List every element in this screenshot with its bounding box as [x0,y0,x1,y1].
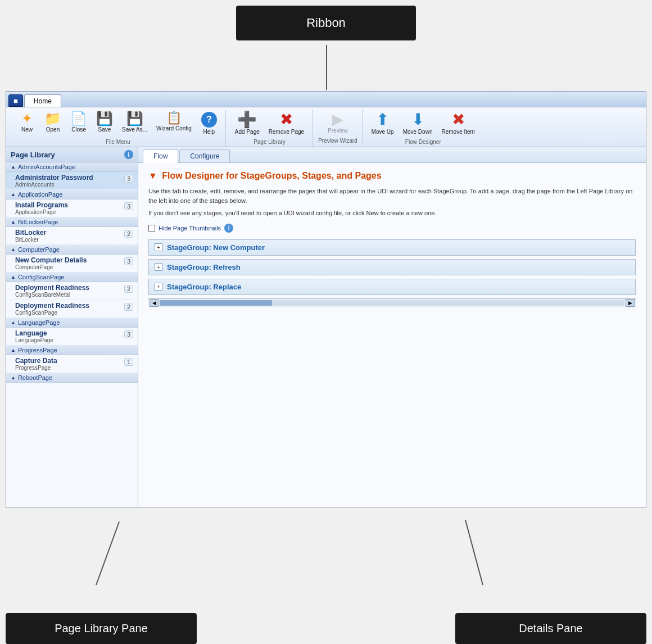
help-icon: ? [201,112,217,128]
tab-home[interactable]: Home [24,94,61,107]
move-down-button[interactable]: ⬇ Move Down [400,110,436,138]
preview-button[interactable]: ▶ Preview [324,110,351,137]
chevron-down-icon-configscan: ▲ [11,274,16,280]
chevron-down-icon: ▲ [11,164,16,170]
sidebar-group-header-bitlocker: ▲ BitLockerPage [6,217,138,227]
remove-page-icon: ✖ [280,112,293,128]
ribbon-group-file-menu: ✦ New 📁 Open 📄 Close 💾 [11,110,226,147]
flow-designer-title: ▼ Flow Designer for StageGroups, Stages,… [148,171,636,181]
sidebar-group-header-reboot: ▲ RebootPage [6,373,138,383]
ribbon-content: ✦ New 📁 Open 📄 Close 💾 [6,110,646,147]
bitlocker-name: BitLocker [15,229,133,237]
panel-body: ▼ Flow Designer for StageGroups, Stages,… [138,163,646,507]
remove-item-icon: ✖ [452,112,465,128]
scroll-thumb[interactable] [160,300,272,306]
sidebar-group-label-adminaccounts: AdminAccountsPage [18,164,75,170]
scroll-right-btn[interactable]: ▶ [626,299,635,307]
remove-page-button[interactable]: ✖ Remove Page [265,110,307,138]
page-library-pane-label: Page Library Pane [55,622,148,634]
ribbon-bar: ✦ New 📁 Open 📄 Close 💾 [6,107,646,147]
move-up-icon: ⬆ [376,112,389,128]
stage-expand-refresh[interactable]: + [155,263,162,271]
panel-tabs: Flow Configure [138,147,646,163]
preview-wizard-group-label: Preview Wizard [318,138,357,146]
save-as-button[interactable]: 💾 Save As... [119,110,151,135]
sidebar-item-install-programs[interactable]: 3 Install Programs ApplicationPage [6,199,138,217]
ribbon-group-file-menu-items: ✦ New 📁 Open 📄 Close 💾 [15,110,221,138]
sidebar-item-admin-password[interactable]: 3 Administrator Password AdminAccounts [6,172,138,190]
wizard-label: Wizard Config [156,125,192,132]
hide-thumbnails-checkbox[interactable] [148,225,155,232]
ribbon-group-preview-wizard-items: ▶ Preview [324,110,351,137]
close-icon: 📄 [70,112,87,125]
ribbon-callout-line [326,45,327,90]
add-page-button[interactable]: ➕ Add Page [232,110,263,138]
open-icon: 📁 [44,112,61,125]
save-icon: 💾 [96,112,113,125]
help-label: Help [203,129,215,135]
open-button[interactable]: 📁 Open [41,110,65,135]
sidebar-group-label-application: ApplicationPage [18,191,63,198]
move-up-label: Move Up [372,129,394,135]
chevron-down-icon-bitlocker: ▲ [11,219,16,225]
sidebar-item-new-computer-details[interactable]: 3 New Computer Details ComputerPage [6,255,138,273]
stage-expand-new-computer[interactable]: + [155,243,162,251]
deployment-baremetal-count: 2 [124,285,133,293]
save-button[interactable]: 💾 Save [93,110,116,135]
sidebar-list[interactable]: ▲ AdminAccountsPage 3 Administrator Pass… [6,162,138,507]
ribbon-group-page-library-items: ➕ Add Page ✖ Remove Page [232,110,307,138]
ribbon-group-flow-designer: ⬆ Move Up ⬇ Move Down ✖ Remove Item Flow… [364,110,483,147]
help-button[interactable]: ? Help [197,110,221,138]
callout-area: Page Library Pane Details Pane [0,546,652,644]
flow-description: Use this tab to create, edit, remove, an… [148,187,636,218]
admin-password-name: Administrator Password [15,174,133,182]
stage-label-refresh: StageGroup: Refresh [167,263,241,271]
stage-group-replace[interactable]: + StageGroup: Replace [148,279,636,295]
sidebar-group-label-configscan: ConfigScanPage [18,274,65,280]
stage-group-refresh[interactable]: + StageGroup: Refresh [148,259,636,275]
file-menu-group-label: File Menu [106,139,130,147]
bitlocker-sub: BitLocker [15,237,133,243]
sidebar-group-header-adminaccounts: ▲ AdminAccountsPage [6,162,138,172]
sidebar-item-deployment-configscan[interactable]: 2 Deployment Readiness ConfigScanPage [6,300,138,318]
new-button[interactable]: ✦ New [15,110,39,135]
ribbon-group-page-library: ➕ Add Page ✖ Remove Page Page Library [227,110,313,147]
ribbon-group-preview-wizard: ▶ Preview Preview Wizard [314,110,362,146]
office-button[interactable]: ■ [8,94,23,107]
tab-configure[interactable]: Configure [179,149,230,162]
tab-flow[interactable]: Flow [143,149,178,163]
sidebar-group-header-configscan: ▲ ConfigScanPage [6,273,138,282]
stage-expand-replace[interactable]: + [155,283,162,291]
scroll-left-btn[interactable]: ◀ [150,299,159,307]
deployment-configscan-sub: ConfigScanPage [15,310,133,316]
sidebar-item-bitlocker[interactable]: 2 BitLocker BitLocker [6,227,138,245]
details-pane-label: Details Pane [519,622,582,634]
save-as-icon: 💾 [126,112,143,125]
close-button[interactable]: 📄 Close [67,110,90,135]
flow-desc-1: Use this tab to create, edit, remove, an… [148,187,636,205]
page-library-sidebar: Page Library i ▲ AdminAccountsPage 3 Adm… [6,147,138,507]
flow-title-icon: ▼ [148,171,157,180]
sidebar-item-language[interactable]: 3 Language LanguagePage [6,328,138,346]
ribbon-group-flow-designer-items: ⬆ Move Up ⬇ Move Down ✖ Remove Item [368,110,478,138]
preview-label: Preview [328,128,348,134]
horizontal-scrollbar[interactable]: ◀ ▶ [148,298,636,307]
move-up-button[interactable]: ⬆ Move Up [368,110,397,138]
sidebar-group-header-computer: ▲ ComputerPage [6,245,138,255]
stage-label-replace: StageGroup: Replace [167,283,241,291]
new-computer-details-count: 3 [124,257,133,265]
sidebar-item-capture-data[interactable]: 1 Capture Data ProgressPage [6,355,138,373]
add-page-icon: ➕ [237,112,257,128]
new-computer-details-name: New Computer Details [15,256,133,264]
sidebar-item-deployment-baremetal[interactable]: 2 Deployment Readiness ConfigScanBareMet… [6,282,138,300]
deployment-baremetal-sub: ConfigScanBareMetal [15,292,133,298]
callout-line-details-pane [465,520,483,585]
stage-group-new-computer[interactable]: + StageGroup: New Computer [148,239,636,256]
sidebar-group-label-progress: ProgressPage [18,347,57,353]
sidebar-group-header-application: ▲ ApplicationPage [6,190,138,199]
close-label: Close [71,126,86,133]
remove-item-button[interactable]: ✖ Remove Item [438,110,478,138]
chevron-down-icon-progress: ▲ [11,347,16,353]
capture-data-sub: ProgressPage [15,365,133,371]
wizard-config-button[interactable]: 📋 Wizard Config [153,110,195,134]
